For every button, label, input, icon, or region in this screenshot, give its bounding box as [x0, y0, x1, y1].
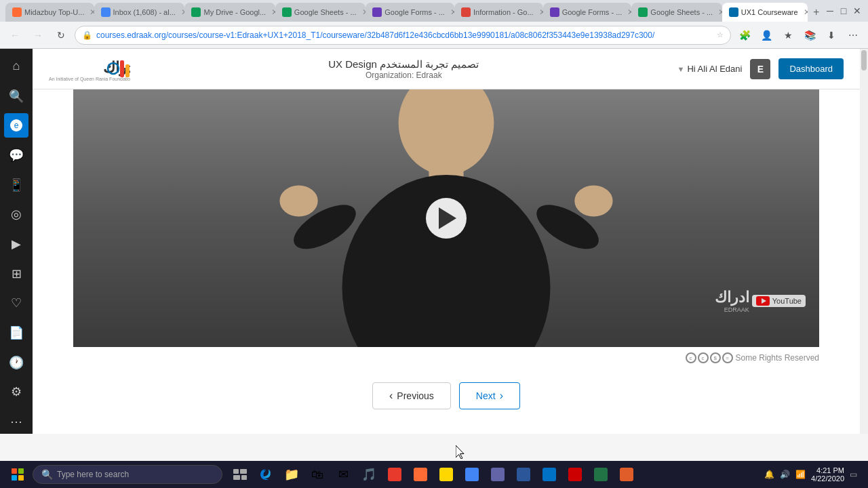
tab-close-6[interactable]: ✕ [539, 7, 543, 17]
next-button[interactable]: Next › [459, 382, 520, 409]
app3-icon-shape [439, 468, 453, 481]
taskbar-store-icon[interactable]: 🛍 [305, 462, 330, 487]
app4-icon-shape [465, 468, 479, 481]
taskbar-word-icon[interactable] [511, 462, 536, 487]
cc-icon-2: c [698, 352, 709, 363]
maximize-button[interactable]: □ [838, 5, 849, 16]
taskbar-app2-icon[interactable] [408, 462, 433, 487]
sidebar-search-icon[interactable]: 🔍 [4, 84, 28, 108]
browser-tab-1[interactable]: Midazbuy Top-U... ✕ [5, 3, 94, 22]
taskbar-right: 🔔 🔊 📶 4:21 PM 4/22/2020 ▭ [764, 466, 863, 483]
sidebar-doc-icon[interactable]: 📄 [4, 321, 28, 345]
tab-close-8[interactable]: ✕ [718, 7, 722, 17]
taskbar-app3-icon[interactable] [434, 462, 458, 487]
sidebar-heart-icon[interactable]: ♡ [4, 291, 28, 316]
sidebar-active-icon[interactable]: e [4, 113, 28, 138]
tab-label-9: UX1 Courseware [741, 8, 798, 16]
sidebar-discover-icon[interactable]: ◎ [4, 202, 28, 226]
taskbar-edge-icon[interactable] [254, 462, 278, 487]
cc-icon-4: = [722, 352, 733, 363]
close-button[interactable]: ✕ [852, 5, 863, 16]
taskbar-teams-icon[interactable] [486, 462, 510, 487]
taskbar-outlook-icon[interactable] [537, 462, 561, 487]
nav-bar: ← → ↻ 🔒 courses.edraak.org/courses/cours… [0, 22, 868, 49]
tab-favicon-5 [372, 7, 382, 17]
tab-favicon-7 [550, 7, 559, 17]
svg-point-13 [279, 185, 317, 216]
word-icon-shape [517, 468, 530, 481]
play-button[interactable] [426, 198, 467, 239]
svg-rect-5 [125, 64, 130, 77]
sidebar-arrow-icon[interactable]: ▶ [4, 232, 28, 256]
downloads-button[interactable]: ⬇ [822, 26, 841, 45]
main-layout: ⌂ 🔍 e 💬 📱 ◎ ▶ ⊞ ♡ 📄 🕐 ⚙ ⋯ ادراك [0, 49, 868, 434]
collections-button[interactable]: 📚 [800, 26, 819, 45]
cc-icons: c c $ = [686, 352, 733, 363]
browser-tab-4[interactable]: Google Sheets - ... ✕ [275, 3, 366, 22]
browser-tab-3[interactable]: My Drive - Googl... ✕ [184, 3, 275, 22]
dashboard-button[interactable]: Dashboard [778, 58, 844, 79]
taskbar-app6-icon[interactable] [589, 462, 613, 487]
tab-label-8: Google Sheets - ... [650, 8, 713, 16]
taskbar-search[interactable]: 🔍 Type here to search [33, 465, 222, 484]
tab-label-1: Midazbuy Top-U... [24, 8, 84, 16]
user-avatar[interactable]: E [750, 59, 770, 79]
browser-tab-8[interactable]: Google Sheets - ... ✕ [631, 3, 722, 22]
refresh-button[interactable]: ↻ [52, 26, 71, 45]
sidebar-whatsapp-icon[interactable]: 📱 [4, 173, 28, 197]
tab-close-9[interactable]: ✕ [804, 7, 808, 17]
taskbar-music-icon[interactable]: 🎵 [357, 462, 381, 487]
back-button[interactable]: ← [5, 26, 24, 45]
taskbar-notification-icon[interactable]: 🔔 [764, 470, 774, 479]
taskbar-taskview-icon[interactable] [228, 462, 252, 487]
cc-icon-3: $ [710, 352, 721, 363]
taskbar-app4-icon[interactable] [460, 462, 484, 487]
watermark-sub: EDRAAK [715, 306, 749, 313]
sidebar-home-icon[interactable]: ⌂ [4, 54, 28, 79]
scrollbar-thumb[interactable] [861, 50, 867, 70]
edraak-header: ادراك An Initiative of Queen Rania Found… [33, 49, 860, 89]
app5-icon-shape [568, 468, 582, 481]
right-scrollbar[interactable] [860, 49, 868, 434]
taskbar-app7-icon[interactable] [614, 462, 639, 487]
browser-tab-2[interactable]: Inbox (1,608) - al... ✕ [94, 3, 185, 22]
settings-button[interactable]: ⋯ [844, 26, 863, 45]
play-triangle-icon [439, 207, 456, 229]
tab-favicon-9 [729, 7, 738, 17]
previous-button[interactable]: ‹ Previous [372, 382, 451, 409]
tab-favicon-1 [12, 7, 22, 17]
watermark-arabic: ادراك [715, 289, 749, 306]
new-tab-button[interactable]: + [808, 3, 825, 22]
forward-button[interactable]: → [28, 26, 47, 45]
tab-close-1[interactable]: ✕ [90, 7, 94, 17]
address-bar[interactable]: 🔒 courses.edraak.org/courses/course-v1:E… [75, 26, 731, 45]
previous-label: Previous [397, 390, 433, 401]
svg-text:e: e [14, 121, 19, 130]
sidebar-gear-icon[interactable]: ⚙ [4, 380, 28, 405]
taskbar-volume-icon[interactable]: 🔊 [780, 470, 790, 479]
taskbar-app1-icon[interactable] [382, 462, 407, 487]
browser-tab-6[interactable]: Information - Go... ✕ [454, 3, 543, 22]
browser-tab-5[interactable]: Google Forms - ... ✕ [366, 3, 454, 22]
taskbar-network-icon[interactable]: 📶 [795, 470, 806, 479]
sidebar-chat-icon[interactable]: 💬 [4, 143, 28, 167]
start-button[interactable] [5, 462, 30, 487]
taskbar-mail-icon[interactable]: ✉ [331, 462, 355, 487]
mouse-cursor [456, 445, 467, 462]
browser-tab-7[interactable]: Google Forms - ... ✕ [543, 3, 632, 22]
taskbar-show-desktop-icon[interactable]: ▭ [850, 470, 857, 479]
sidebar-clock-icon[interactable]: 🕐 [4, 350, 28, 375]
profile-button[interactable]: 👤 [757, 26, 776, 45]
browser-tab-9[interactable]: UX1 Courseware ✕ [722, 3, 808, 22]
video-container: ادراك EDRAAK YouTube [73, 89, 819, 347]
extensions-button[interactable]: 🧩 [735, 26, 754, 45]
next-label: Next [476, 390, 496, 401]
minimize-button[interactable]: ─ [825, 5, 835, 16]
cc-icon-1: c [686, 352, 696, 363]
taskbar-app5-icon[interactable] [563, 462, 587, 487]
taskbar-files-icon[interactable]: 📁 [279, 462, 304, 487]
sidebar-more-icon[interactable]: ⋯ [4, 409, 28, 434]
favorites-button[interactable]: ★ [778, 26, 797, 45]
sidebar-grid-icon[interactable]: ⊞ [4, 262, 28, 286]
time-widget[interactable]: 4:21 PM 4/22/2020 [811, 466, 844, 483]
